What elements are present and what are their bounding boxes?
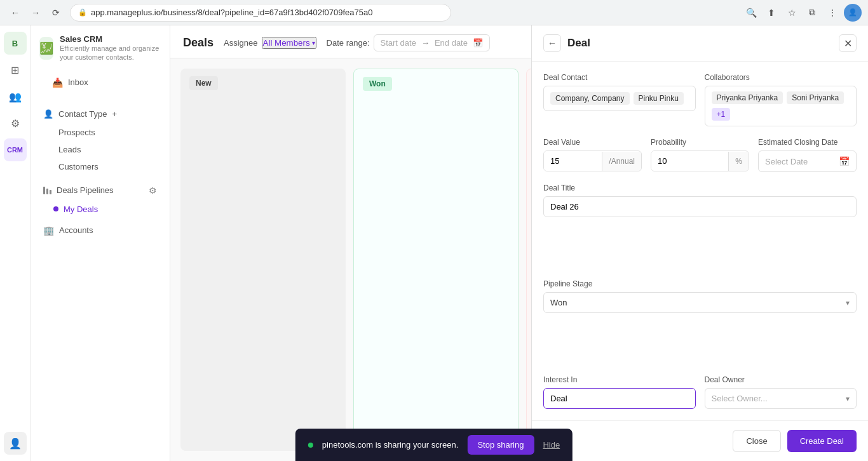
new-column-label: New [189,76,218,90]
app-container: B ⊞ 👥 ⚙ CRM 👤 💹 Sales CRM Ef [0,0,868,461]
header-controls: Assignee All Members ▾ Date range: Start… [224,34,490,51]
contact-type-section: 👤 Contact Type + Prospects Leads Custome… [31,102,170,178]
share-browser-button[interactable]: ⬆ [763,4,780,22]
assignee-control: Assignee All Members ▾ [224,37,316,49]
probability-field[interactable] [651,151,728,171]
pipeline-stage-value: Won [550,298,841,307]
settings-icon-button[interactable]: ⚙ [4,112,27,135]
deal-title-input[interactable] [543,196,857,217]
stop-sharing-button[interactable]: Stop sharing [467,435,534,455]
pipeline-stage-dropdown-arrow: ▾ [846,298,850,307]
browser-chrome: ← → ⟳ 🔒 app.manageplus.io/business/8/dea… [0,0,868,25]
deal-panel: ← Deal ✕ Deal Contact Company, Company P… [531,25,868,461]
interest-in-group: Interest In [543,375,696,409]
sidebar-item-prospects[interactable]: Prospects [41,124,166,141]
deal-value-group: Deal Value /Annual [543,138,642,172]
crm-icon: CRM [7,146,23,154]
deals-header: Deals Assignee All Members ▾ Date range:… [170,25,531,58]
user-avatar[interactable]: 👤 [844,4,862,22]
probability-suffix: % [728,152,749,171]
grid-icon-button[interactable]: ⊞ [4,58,27,81]
menu-button[interactable]: ⋮ [824,4,841,22]
contact-type-label: Contact Type [58,109,107,119]
collab-more-badge[interactable]: +1 [712,108,731,121]
collaborators-group: Collaborators Priyanka Priyanka Soni Pri… [705,73,857,126]
close-deal-button[interactable]: Close [733,430,780,452]
hide-button[interactable]: Hide [543,440,560,450]
user-profile-icon[interactable]: 👤 [4,432,27,455]
sidebar-header: 💹 Sales CRM Efficiently manage and organ… [31,25,170,102]
deal-panel-title: Deal [567,37,590,50]
interest-in-input[interactable] [543,388,696,409]
gear-icon[interactable]: ⚙ [149,185,157,196]
board-icon-button[interactable]: B [4,32,27,55]
new-column-header: New [180,69,346,98]
add-contact-type-button[interactable]: + [112,109,117,119]
select-date-placeholder: Select Date [765,157,834,166]
collab-tag-priyanka[interactable]: Priyanka Priyanka [712,91,783,104]
deal-owner-dropdown-arrow: ▾ [846,394,850,403]
deal-owner-group: Deal Owner Select Owner... ▾ [705,375,857,409]
sidebar-item-my-deals[interactable]: My Deals [34,201,166,218]
date-picker-icon: 📅 [839,156,850,166]
extension-button[interactable]: ⧉ [803,4,821,22]
est-closing-date-input[interactable]: Select Date 📅 [758,150,857,172]
forward-nav-button[interactable]: → [27,4,44,22]
nav-buttons: ← → ⟳ [6,4,65,22]
sidebar-item-inbox[interactable]: 📥 Inbox [43,72,157,93]
sidebar-item-leads[interactable]: Leads [41,141,166,158]
create-deal-button[interactable]: Create Deal [787,430,857,452]
deal-owner-select[interactable]: Select Owner... ▾ [705,388,857,409]
deal-panel-header: ← Deal ✕ [532,25,868,62]
app-info: 💹 Sales CRM Efficiently manage and organ… [39,34,161,62]
kanban-column-new: New [180,69,346,451]
collaborators-input[interactable]: Priyanka Priyanka Soni Priyanka +1 [705,86,857,126]
back-nav-button[interactable]: ← [6,4,24,22]
star-button[interactable]: ☆ [783,4,801,22]
deal-value-input[interactable]: /Annual [543,150,642,171]
address-bar[interactable]: 🔒 app.manageplus.io/business/8/deal?pipe… [70,4,451,22]
probability-group: Probability % [651,138,749,172]
deal-contact-input[interactable]: Company, Company Pinku Pinku [543,86,696,111]
est-closing-date-label: Estimated Closing Date [758,138,857,147]
collab-tag-soni[interactable]: Soni Priyanka [787,91,844,104]
interest-owner-row: Interest In Deal Owner Select Owner... ▾ [543,375,857,409]
interest-in-label: Interest In [543,375,696,384]
won-column-header: Won [354,69,518,98]
inbox-icon: 📥 [52,77,63,88]
contact-tag-pinku[interactable]: Pinku Pinku [634,92,684,105]
dropdown-arrow-icon: ▾ [312,39,315,46]
probability-input[interactable]: % [651,150,749,171]
date-range-input[interactable]: Start date → End date 📅 [374,34,490,51]
screen-share-message: pinetools.com is sharing your screen. [322,440,459,450]
won-column-label: Won [363,77,392,91]
sidebar-item-accounts[interactable]: 🏢 Accounts [34,220,166,241]
my-deals-dot [53,206,58,211]
icon-sidebar: B ⊞ 👥 ⚙ CRM 👤 [0,25,31,461]
sidebar-item-customers[interactable]: Customers [41,158,166,175]
contact-type-header[interactable]: 👤 Contact Type + [34,104,166,124]
back-icon: ← [548,38,557,48]
reload-button[interactable]: ⟳ [47,4,65,22]
pipeline-stage-select[interactable]: Won ▾ [543,292,857,313]
contact-tag-company[interactable]: Company, Company [550,92,630,105]
deal-value-field[interactable] [544,151,602,171]
all-members-dropdown[interactable]: All Members ▾ [262,37,316,49]
contact-collab-row: Deal Contact Company, Company Pinku Pink… [543,73,857,126]
search-browser-button[interactable]: 🔍 [742,4,760,22]
deals-pipelines-header[interactable]: Deals Pipelines ⚙ [34,180,166,201]
crm-app-icon: 💹 [39,41,53,55]
crm-icon-button[interactable]: CRM [4,138,27,161]
back-button[interactable]: ← [543,34,561,52]
contacts-icon: 👥 [9,91,22,103]
main-sidebar: 💹 Sales CRM Efficiently manage and organ… [31,25,170,461]
contacts-icon-button[interactable]: 👥 [4,85,27,108]
deal-contact-group: Deal Contact Company, Company Pinku Pink… [543,73,696,126]
app-text: Sales CRM Efficiently manage and organiz… [60,34,161,62]
deal-owner-placeholder: Select Owner... [712,394,841,403]
screen-share-bar: pinetools.com is sharing your screen. St… [295,429,573,461]
date-range-label: Date range: [327,38,370,48]
close-panel-button[interactable]: ✕ [839,34,857,52]
deals-pipelines-label: Deals Pipelines [57,185,114,195]
url-text: app.manageplus.io/business/8/deal?pipeli… [91,8,372,17]
